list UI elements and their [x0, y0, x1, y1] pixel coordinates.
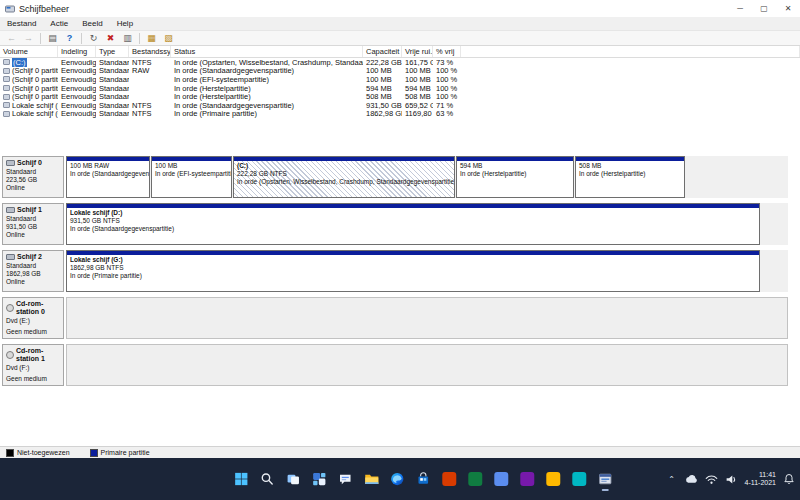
- view-graph-icon[interactable]: ▧: [161, 32, 176, 45]
- table-row[interactable]: (C:) Eenvoudig Standaard NTFS In orde (O…: [0, 58, 800, 67]
- volume-icon: [3, 76, 10, 82]
- folder-icon: [364, 472, 379, 486]
- table-row[interactable]: (Schijf 0 partitie 3) Eenvoudig Standaar…: [0, 75, 800, 84]
- chat-icon: [338, 472, 352, 486]
- pinned-app-icon: [442, 472, 456, 486]
- toolbar: ← → ▤ ? ↻ ✖ ▥ ▦ ▧: [0, 30, 800, 46]
- volume-icon: [3, 59, 10, 65]
- taskbar-center: [229, 458, 617, 500]
- view-list-icon[interactable]: ▦: [144, 32, 159, 45]
- table-row[interactable]: (Schijf 0 partitie 5) Eenvoudig Standaar…: [0, 84, 800, 93]
- hard-disk-icon: [6, 160, 15, 166]
- delete-volume-icon[interactable]: ✖: [103, 32, 118, 45]
- maximize-button[interactable]: ▢: [752, 0, 776, 17]
- show-console-tree-icon[interactable]: ▤: [45, 32, 60, 45]
- pinned-app-button-2[interactable]: [463, 466, 487, 492]
- window-title: Schijfbeheer: [19, 4, 69, 14]
- column-header-volume[interactable]: Volume: [0, 46, 58, 57]
- widgets-button[interactable]: [307, 466, 331, 492]
- app-icon: [5, 4, 15, 14]
- partition-recovery-508mb[interactable]: 508 MBIn orde (Herstelpartitie): [575, 156, 685, 198]
- table-row[interactable]: (Schijf 0 partitie 1) Eenvoudig Standaar…: [0, 67, 800, 76]
- console-window-icon: [598, 472, 612, 486]
- pinned-app-icon: [546, 472, 560, 486]
- hard-disk-icon: [6, 254, 15, 260]
- taskbar: ⌃ 11:41 4-11-2021: [0, 458, 800, 500]
- search-button[interactable]: [255, 466, 279, 492]
- titlebar[interactable]: Schijfbeheer ─ ▢ ✕: [0, 0, 800, 17]
- clock-time: 11:41: [745, 471, 776, 480]
- properties-icon[interactable]: ▥: [120, 32, 135, 45]
- volume-icon: [3, 94, 10, 100]
- disk-management-window-button[interactable]: [593, 466, 617, 492]
- column-header-vrije-ruimte[interactable]: Vrije rui...: [402, 46, 433, 57]
- legend-unallocated: Niet-toegewezen: [6, 449, 70, 457]
- disk-header-2[interactable]: Schijf 2 Standaard 1862,98 GB Online: [2, 250, 64, 292]
- pinned-app-button-1[interactable]: [437, 466, 461, 492]
- volume-icon[interactable]: [725, 472, 739, 486]
- taskbar-clock[interactable]: 11:41 4-11-2021: [745, 471, 776, 488]
- pinned-app-icon: [468, 472, 482, 486]
- windows-logo-icon: [234, 472, 248, 486]
- pinned-app-button-6[interactable]: [567, 466, 591, 492]
- column-header-capaciteit[interactable]: Capaciteit: [363, 46, 402, 57]
- cdrom-track-1[interactable]: [66, 344, 788, 386]
- widgets-icon: [312, 472, 326, 486]
- task-view-icon: [286, 472, 300, 486]
- cd-rom-icon: [6, 351, 14, 359]
- help-icon[interactable]: ?: [62, 32, 77, 45]
- pinned-app-button-4[interactable]: [515, 466, 539, 492]
- edge-icon: [390, 472, 404, 486]
- menubar: Bestand Actie Beeld Help: [0, 17, 800, 30]
- cdrom-header-0[interactable]: Cd-rom-station 0 Dvd (E:) Geen medium: [2, 297, 64, 339]
- menu-beeld[interactable]: Beeld: [75, 17, 109, 30]
- close-button[interactable]: ✕: [776, 0, 800, 17]
- cdrom-track-0[interactable]: [66, 297, 788, 339]
- toolbar-separator: [81, 33, 82, 44]
- column-header-filler: [461, 46, 800, 57]
- back-icon[interactable]: ←: [4, 32, 19, 45]
- table-row[interactable]: Lokale schijf (G:) Eenvoudig Standaard N…: [0, 110, 800, 119]
- forward-icon[interactable]: →: [21, 32, 36, 45]
- column-header-pct-vrij[interactable]: % vrij: [433, 46, 461, 57]
- wifi-icon[interactable]: [705, 472, 719, 486]
- onedrive-cloud-icon[interactable]: [685, 472, 699, 486]
- start-button[interactable]: [229, 466, 253, 492]
- pinned-app-button-3[interactable]: [489, 466, 513, 492]
- table-row[interactable]: Lokale schijf (D:) Eenvoudig Standaard N…: [0, 101, 800, 110]
- disk-header-0[interactable]: Schijf 0 Standaard 223,56 GB Online: [2, 156, 64, 198]
- refresh-icon[interactable]: ↻: [86, 32, 101, 45]
- partition-raw-100mb[interactable]: 100 MB RAWIn orde (Standaardgegevenspa: [66, 156, 150, 198]
- column-header-indeling[interactable]: Indeling: [58, 46, 96, 57]
- window-controls: ─ ▢ ✕: [728, 0, 800, 17]
- column-header-type[interactable]: Type: [96, 46, 129, 57]
- task-view-button[interactable]: [281, 466, 305, 492]
- minimize-button[interactable]: ─: [728, 0, 752, 17]
- cdrom-header-1[interactable]: Cd-rom-station 1 Dvd (F:) Geen medium: [2, 344, 64, 386]
- notification-bell-icon[interactable]: [782, 472, 796, 486]
- tray-chevron-icon[interactable]: ⌃: [665, 472, 679, 486]
- volume-icon: [3, 68, 10, 74]
- chat-button[interactable]: [333, 466, 357, 492]
- partition-c[interactable]: (C:)222,28 GB NTFSIn orde (Opstarten, Wi…: [233, 156, 455, 198]
- pinned-app-icon: [572, 472, 586, 486]
- table-row[interactable]: (Schijf 0 partitie 6) Eenvoudig Standaar…: [0, 92, 800, 101]
- edge-browser-button[interactable]: [385, 466, 409, 492]
- pinned-app-icon: [520, 472, 534, 486]
- column-header-status[interactable]: Status: [171, 46, 363, 57]
- column-header-bestandssysteem[interactable]: Bestandssys...: [129, 46, 171, 57]
- volume-icon: [3, 85, 10, 91]
- pinned-app-button-5[interactable]: [541, 466, 565, 492]
- volume-list-pane: Volume Indeling Type Bestandssys... Stat…: [0, 46, 800, 154]
- partition-efi[interactable]: 100 MBIn orde (EFI-systeempartitie): [151, 156, 232, 198]
- store-button[interactable]: [411, 466, 435, 492]
- partition-recovery-594mb[interactable]: 594 MBIn orde (Herstelpartitie): [456, 156, 574, 198]
- menu-actie[interactable]: Actie: [43, 17, 75, 30]
- partition-d[interactable]: Lokale schijf (D:)931,50 GB NTFSIn orde …: [66, 203, 760, 245]
- menu-bestand[interactable]: Bestand: [0, 17, 43, 30]
- partition-g[interactable]: Lokale schijf (G:)1862,98 GB NTFSIn orde…: [66, 250, 760, 292]
- file-explorer-button[interactable]: [359, 466, 383, 492]
- disk-header-1[interactable]: Schijf 1 Standaard 931,50 GB Online: [2, 203, 64, 245]
- menu-help[interactable]: Help: [110, 17, 140, 30]
- disk-row-0: Schijf 0 Standaard 223,56 GB Online 100 …: [2, 156, 798, 198]
